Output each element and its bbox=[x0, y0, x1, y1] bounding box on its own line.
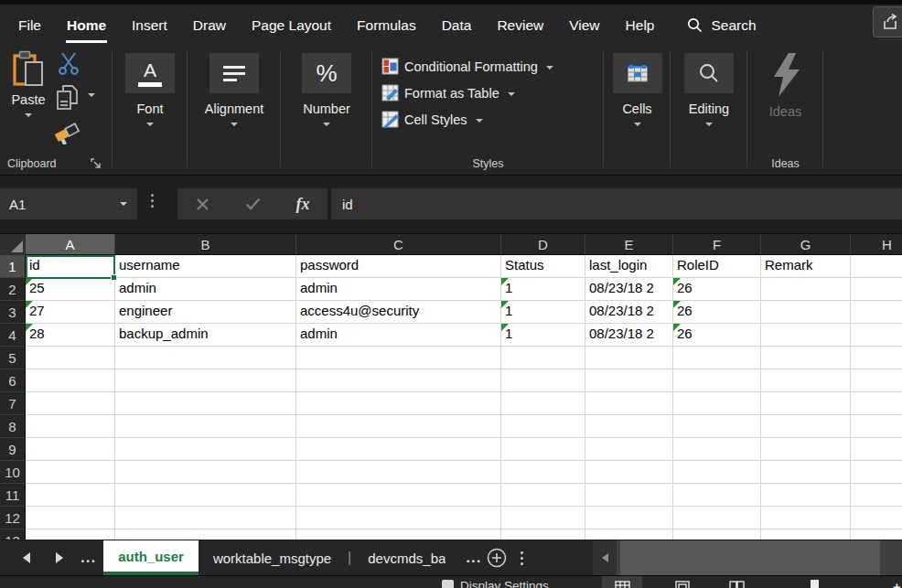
cut-button[interactable] bbox=[57, 51, 81, 76]
cell-D8[interactable] bbox=[501, 415, 585, 438]
editing-group-button[interactable]: Editing bbox=[671, 46, 747, 126]
row-header-11[interactable]: 11 bbox=[0, 484, 26, 507]
cell-D3[interactable]: 1 bbox=[501, 301, 585, 324]
menu-item-review[interactable]: Review bbox=[484, 5, 556, 46]
ideas-button[interactable]: Ideas bbox=[747, 46, 823, 119]
cancel-icon[interactable] bbox=[196, 198, 209, 211]
cell-A9[interactable] bbox=[26, 438, 115, 461]
cell-E10[interactable] bbox=[585, 461, 673, 484]
sheet-tab-devcmds_ba[interactable]: devcmds_ba bbox=[353, 540, 460, 575]
copy-button[interactable] bbox=[55, 84, 81, 112]
display-settings-button[interactable]: Display Settings bbox=[442, 579, 549, 588]
formula-bar-handle[interactable] bbox=[151, 194, 154, 208]
search-box[interactable]: Search bbox=[687, 5, 756, 46]
column-header-f[interactable]: F bbox=[673, 234, 761, 255]
sheet-options-dots[interactable] bbox=[521, 551, 523, 565]
cell-H3[interactable] bbox=[851, 301, 902, 324]
row-header-8[interactable]: 8 bbox=[0, 415, 26, 438]
menu-item-page-layout[interactable]: Page Layout bbox=[239, 5, 344, 46]
cell-F4[interactable]: 26 bbox=[673, 324, 761, 347]
prev-sheet-arrow[interactable] bbox=[15, 546, 38, 570]
cell-C2[interactable]: admin bbox=[296, 278, 501, 301]
cell-D9[interactable] bbox=[501, 438, 585, 461]
cell-A2[interactable]: 25 bbox=[26, 278, 115, 301]
cell-G4[interactable] bbox=[761, 324, 851, 347]
formula-input[interactable]: id bbox=[331, 188, 902, 219]
column-header-a[interactable]: A bbox=[26, 234, 115, 255]
menu-item-insert[interactable]: Insert bbox=[119, 5, 180, 46]
zoom-in-button[interactable]: + bbox=[893, 579, 901, 588]
menu-item-help[interactable]: Help bbox=[613, 5, 668, 46]
menu-item-file[interactable]: File bbox=[5, 5, 54, 46]
cell-E4[interactable]: 08/23/18 2 bbox=[585, 324, 673, 347]
column-header-c[interactable]: C bbox=[296, 234, 501, 255]
cell-F11[interactable] bbox=[673, 484, 761, 507]
font-group-button[interactable]: A Font bbox=[113, 46, 188, 126]
cell-F6[interactable] bbox=[673, 369, 761, 392]
cell-H12[interactable] bbox=[851, 507, 902, 529]
enter-check-icon[interactable] bbox=[245, 198, 261, 210]
cell-A13[interactable] bbox=[26, 529, 115, 540]
number-group-button[interactable]: % Number bbox=[281, 46, 372, 126]
normal-view-button[interactable] bbox=[602, 576, 642, 588]
column-header-d[interactable]: D bbox=[501, 234, 585, 255]
cell-E1[interactable]: last_login bbox=[585, 255, 673, 278]
cell-F12[interactable] bbox=[673, 507, 761, 529]
cell-C13[interactable] bbox=[296, 529, 501, 540]
cell-E11[interactable] bbox=[585, 484, 673, 507]
cell-C1[interactable]: password bbox=[296, 255, 501, 278]
cell-D1[interactable]: Status bbox=[501, 255, 585, 278]
cell-H4[interactable] bbox=[851, 324, 902, 347]
cell-B6[interactable] bbox=[115, 369, 296, 392]
cell-H11[interactable] bbox=[851, 484, 902, 507]
row-header-2[interactable]: 2 bbox=[0, 278, 26, 301]
cell-H8[interactable] bbox=[851, 415, 902, 438]
cell-A1[interactable]: id bbox=[26, 255, 115, 278]
cell-C9[interactable] bbox=[296, 438, 501, 461]
clipboard-dialog-launcher[interactable] bbox=[91, 158, 102, 169]
horizontal-scrollbar[interactable] bbox=[593, 540, 902, 575]
cell-C8[interactable] bbox=[296, 415, 501, 438]
cell-G10[interactable] bbox=[761, 461, 851, 484]
row-header-12[interactable]: 12 bbox=[0, 507, 26, 529]
cell-B10[interactable] bbox=[115, 461, 296, 484]
menu-item-view[interactable]: View bbox=[556, 5, 612, 46]
cell-B8[interactable] bbox=[115, 415, 296, 438]
cell-B3[interactable]: engineer bbox=[115, 301, 296, 324]
cell-C6[interactable] bbox=[296, 369, 501, 392]
cell-F7[interactable] bbox=[673, 392, 761, 415]
cell-C7[interactable] bbox=[296, 392, 501, 415]
cell-H6[interactable] bbox=[851, 369, 902, 392]
paste-dropdown-caret[interactable] bbox=[25, 113, 32, 117]
row-header-4[interactable]: 4 bbox=[0, 324, 26, 347]
cell-G9[interactable] bbox=[761, 438, 851, 461]
cell-E13[interactable] bbox=[585, 529, 673, 540]
fill-handle[interactable] bbox=[111, 274, 117, 281]
cell-A6[interactable] bbox=[26, 369, 115, 392]
row-header-1[interactable]: 1 bbox=[0, 255, 26, 278]
more-sheets-left[interactable]: ... bbox=[81, 549, 96, 567]
row-header-9[interactable]: 9 bbox=[0, 438, 26, 461]
cell-H7[interactable] bbox=[851, 392, 902, 415]
cell-D7[interactable] bbox=[501, 392, 585, 415]
menu-item-draw[interactable]: Draw bbox=[180, 5, 239, 46]
cell-E8[interactable] bbox=[585, 415, 673, 438]
cell-E9[interactable] bbox=[585, 438, 673, 461]
more-sheets-right[interactable]: ... bbox=[466, 549, 481, 567]
cell-B2[interactable]: admin bbox=[115, 278, 296, 301]
cell-C3[interactable]: access4u@security bbox=[296, 301, 501, 324]
cell-A4[interactable]: 28 bbox=[26, 324, 115, 347]
cell-A3[interactable]: 27 bbox=[26, 301, 115, 324]
cell-A12[interactable] bbox=[26, 507, 115, 529]
cell-B13[interactable] bbox=[115, 529, 296, 540]
cell-F2[interactable]: 26 bbox=[673, 278, 761, 301]
menu-item-formulas[interactable]: Formulas bbox=[344, 5, 429, 46]
sheet-tab-worktable_msgtype[interactable]: worktable_msgtype bbox=[199, 540, 346, 575]
column-header-h[interactable]: H bbox=[851, 234, 902, 255]
cell-B7[interactable] bbox=[115, 392, 296, 415]
cell-D4[interactable]: 1 bbox=[501, 324, 585, 347]
cell-F3[interactable]: 26 bbox=[673, 301, 761, 324]
copy-dropdown-caret[interactable] bbox=[88, 93, 95, 97]
cell-A5[interactable] bbox=[26, 347, 115, 369]
cell-E3[interactable]: 08/23/18 2 bbox=[585, 301, 673, 324]
